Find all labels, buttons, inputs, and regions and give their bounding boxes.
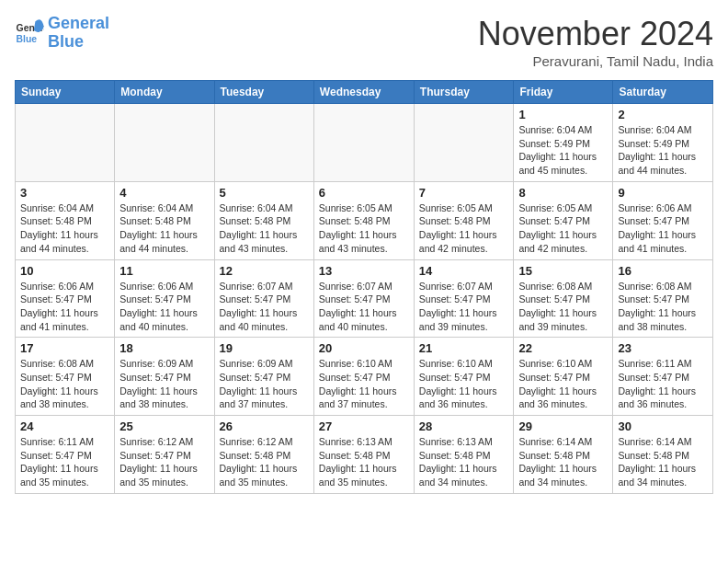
day-number: 21 — [419, 341, 509, 355]
calendar-week-row: 1Sunrise: 6:04 AM Sunset: 5:49 PM Daylig… — [16, 104, 713, 182]
calendar-cell — [214, 104, 313, 182]
calendar-cell: 28Sunrise: 6:13 AM Sunset: 5:48 PM Dayli… — [414, 416, 514, 494]
day-number: 20 — [319, 341, 409, 355]
day-number: 5 — [220, 186, 309, 200]
calendar-cell: 10Sunrise: 6:06 AM Sunset: 5:47 PM Dayli… — [16, 259, 115, 338]
day-info: Sunrise: 6:12 AM Sunset: 5:48 PM Dayligh… — [220, 435, 309, 489]
day-number: 7 — [419, 186, 509, 200]
day-number: 2 — [618, 108, 708, 121]
calendar-week-row: 3Sunrise: 6:04 AM Sunset: 5:48 PM Daylig… — [16, 181, 713, 259]
day-number: 17 — [20, 341, 109, 355]
calendar-cell — [414, 104, 514, 182]
day-info: Sunrise: 6:05 AM Sunset: 5:48 PM Dayligh… — [419, 201, 509, 256]
calendar-table: SundayMondayTuesdayWednesdayThursdayFrid… — [15, 80, 713, 494]
day-info: Sunrise: 6:08 AM Sunset: 5:47 PM Dayligh… — [618, 280, 708, 334]
weekday-header-row: SundayMondayTuesdayWednesdayThursdayFrid… — [16, 81, 713, 104]
day-info: Sunrise: 6:10 AM Sunset: 5:47 PM Dayligh… — [319, 357, 409, 411]
calendar-cell: 8Sunrise: 6:05 AM Sunset: 5:47 PM Daylig… — [514, 181, 613, 259]
weekday-header: Monday — [115, 81, 214, 104]
title-block: November 2024 Peravurani, Tamil Nadu, In… — [478, 15, 713, 69]
day-info: Sunrise: 6:07 AM Sunset: 5:47 PM Dayligh… — [220, 280, 309, 334]
day-number: 16 — [618, 264, 708, 278]
weekday-header: Saturday — [613, 81, 713, 104]
day-info: Sunrise: 6:13 AM Sunset: 5:48 PM Dayligh… — [419, 435, 509, 489]
day-info: Sunrise: 6:04 AM Sunset: 5:49 PM Dayligh… — [518, 123, 608, 178]
calendar-cell: 30Sunrise: 6:14 AM Sunset: 5:48 PM Dayli… — [613, 416, 713, 494]
day-info: Sunrise: 6:10 AM Sunset: 5:47 PM Dayligh… — [419, 357, 509, 411]
day-number: 11 — [119, 264, 209, 278]
calendar-cell: 6Sunrise: 6:05 AM Sunset: 5:48 PM Daylig… — [313, 181, 414, 259]
calendar-cell: 18Sunrise: 6:09 AM Sunset: 5:47 PM Dayli… — [115, 338, 214, 416]
day-number: 27 — [319, 419, 409, 433]
day-info: Sunrise: 6:07 AM Sunset: 5:47 PM Dayligh… — [419, 280, 509, 334]
calendar-week-row: 10Sunrise: 6:06 AM Sunset: 5:47 PM Dayli… — [16, 259, 713, 338]
calendar-cell: 16Sunrise: 6:08 AM Sunset: 5:47 PM Dayli… — [613, 259, 713, 338]
calendar-cell — [313, 104, 414, 182]
calendar-cell: 3Sunrise: 6:04 AM Sunset: 5:48 PM Daylig… — [16, 181, 115, 259]
weekday-header: Thursday — [414, 81, 514, 104]
calendar-cell: 14Sunrise: 6:07 AM Sunset: 5:47 PM Dayli… — [414, 259, 514, 338]
calendar-cell: 15Sunrise: 6:08 AM Sunset: 5:47 PM Dayli… — [514, 259, 613, 338]
day-info: Sunrise: 6:05 AM Sunset: 5:48 PM Dayligh… — [319, 201, 409, 256]
calendar-cell: 26Sunrise: 6:12 AM Sunset: 5:48 PM Dayli… — [214, 416, 313, 494]
day-info: Sunrise: 6:06 AM Sunset: 5:47 PM Dayligh… — [618, 201, 708, 256]
day-number: 19 — [220, 341, 309, 355]
day-info: Sunrise: 6:11 AM Sunset: 5:47 PM Dayligh… — [20, 435, 109, 489]
calendar-cell: 7Sunrise: 6:05 AM Sunset: 5:48 PM Daylig… — [414, 181, 514, 259]
location-subtitle: Peravurani, Tamil Nadu, India — [478, 53, 713, 69]
day-number: 1 — [518, 108, 608, 121]
day-number: 15 — [518, 264, 608, 278]
day-info: Sunrise: 6:11 AM Sunset: 5:47 PM Dayligh… — [618, 357, 708, 411]
day-info: Sunrise: 6:04 AM Sunset: 5:48 PM Dayligh… — [119, 201, 209, 256]
day-number: 12 — [220, 264, 309, 278]
day-number: 28 — [419, 419, 509, 433]
logo-blue: Blue — [48, 33, 109, 52]
calendar-cell — [16, 104, 115, 182]
day-info: Sunrise: 6:08 AM Sunset: 5:47 PM Dayligh… — [518, 280, 608, 334]
day-number: 3 — [20, 186, 109, 200]
day-info: Sunrise: 6:06 AM Sunset: 5:47 PM Dayligh… — [119, 280, 209, 334]
calendar-cell: 4Sunrise: 6:04 AM Sunset: 5:48 PM Daylig… — [115, 181, 214, 259]
calendar-cell: 21Sunrise: 6:10 AM Sunset: 5:47 PM Dayli… — [414, 338, 514, 416]
day-number: 6 — [319, 186, 409, 200]
calendar-cell: 25Sunrise: 6:12 AM Sunset: 5:47 PM Dayli… — [115, 416, 214, 494]
weekday-header: Tuesday — [214, 81, 313, 104]
day-number: 25 — [119, 419, 209, 433]
day-info: Sunrise: 6:07 AM Sunset: 5:47 PM Dayligh… — [319, 280, 409, 334]
page-header: General Blue General Blue November 2024 … — [15, 15, 713, 69]
day-info: Sunrise: 6:14 AM Sunset: 5:48 PM Dayligh… — [518, 435, 608, 489]
calendar-cell: 12Sunrise: 6:07 AM Sunset: 5:47 PM Dayli… — [214, 259, 313, 338]
calendar-cell — [115, 104, 214, 182]
calendar-cell: 13Sunrise: 6:07 AM Sunset: 5:47 PM Dayli… — [313, 259, 414, 338]
day-number: 8 — [518, 186, 608, 200]
day-number: 13 — [319, 264, 409, 278]
day-info: Sunrise: 6:04 AM Sunset: 5:48 PM Dayligh… — [20, 201, 109, 256]
day-number: 26 — [220, 419, 309, 433]
logo-icon: General Blue — [15, 18, 44, 48]
calendar-week-row: 17Sunrise: 6:08 AM Sunset: 5:47 PM Dayli… — [16, 338, 713, 416]
day-number: 29 — [518, 419, 608, 433]
weekday-header: Wednesday — [313, 81, 414, 104]
day-info: Sunrise: 6:12 AM Sunset: 5:47 PM Dayligh… — [119, 435, 209, 489]
day-number: 24 — [20, 419, 109, 433]
calendar-week-row: 24Sunrise: 6:11 AM Sunset: 5:47 PM Dayli… — [16, 416, 713, 494]
day-info: Sunrise: 6:05 AM Sunset: 5:47 PM Dayligh… — [518, 201, 608, 256]
day-info: Sunrise: 6:06 AM Sunset: 5:47 PM Dayligh… — [20, 280, 109, 334]
calendar-cell: 29Sunrise: 6:14 AM Sunset: 5:48 PM Dayli… — [514, 416, 613, 494]
logo: General Blue General Blue — [15, 15, 109, 52]
day-number: 23 — [618, 341, 708, 355]
calendar-cell: 9Sunrise: 6:06 AM Sunset: 5:47 PM Daylig… — [613, 181, 713, 259]
day-number: 18 — [119, 341, 209, 355]
day-number: 22 — [518, 341, 608, 355]
calendar-cell: 11Sunrise: 6:06 AM Sunset: 5:47 PM Dayli… — [115, 259, 214, 338]
calendar-cell: 17Sunrise: 6:08 AM Sunset: 5:47 PM Dayli… — [16, 338, 115, 416]
weekday-header: Friday — [514, 81, 613, 104]
weekday-header: Sunday — [16, 81, 115, 104]
day-info: Sunrise: 6:13 AM Sunset: 5:48 PM Dayligh… — [319, 435, 409, 489]
svg-text:Blue: Blue — [17, 33, 38, 43]
day-info: Sunrise: 6:09 AM Sunset: 5:47 PM Dayligh… — [119, 357, 209, 411]
day-number: 14 — [419, 264, 509, 278]
day-info: Sunrise: 6:04 AM Sunset: 5:49 PM Dayligh… — [618, 123, 708, 178]
calendar-cell: 1Sunrise: 6:04 AM Sunset: 5:49 PM Daylig… — [514, 104, 613, 182]
day-info: Sunrise: 6:04 AM Sunset: 5:48 PM Dayligh… — [220, 201, 309, 256]
